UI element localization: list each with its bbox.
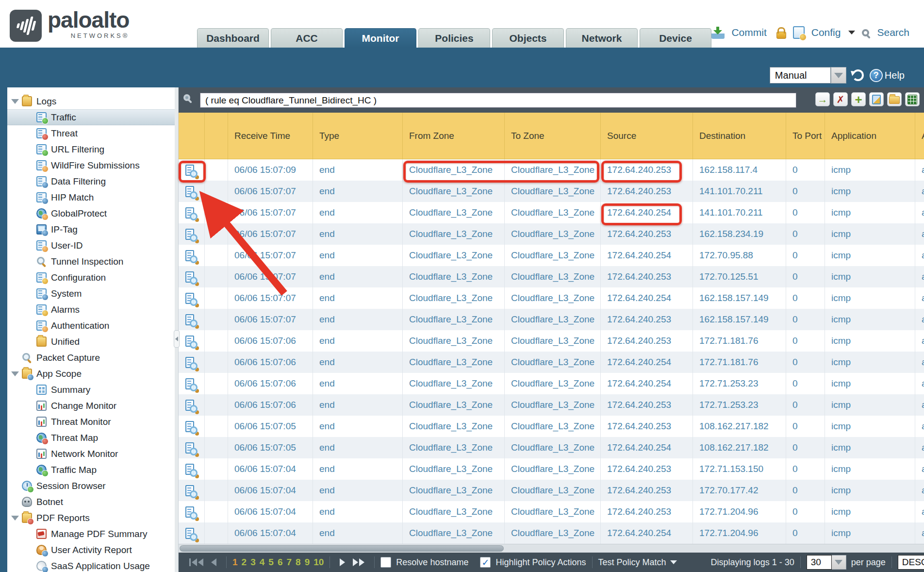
cell-application[interactable]: icmp bbox=[825, 309, 915, 330]
cell-to_zone[interactable]: Cloudflare_L3_Zone bbox=[505, 245, 601, 266]
cell-source[interactable]: 172.64.240.253 bbox=[601, 501, 693, 522]
page-10[interactable]: 10 bbox=[314, 557, 324, 568]
cell-destination[interactable]: 162.158.157.149 bbox=[693, 287, 786, 309]
cell-from_zone[interactable]: Cloudflare_L3_Zone bbox=[403, 330, 505, 352]
cell-type[interactable]: end bbox=[313, 245, 403, 266]
cell-type[interactable]: end bbox=[313, 501, 403, 522]
cell-from_zone[interactable]: Cloudflare_L3_Zone bbox=[403, 522, 505, 544]
cell-application[interactable]: icmp bbox=[825, 394, 915, 416]
config-dropdown-caret-icon[interactable] bbox=[848, 31, 855, 34]
cell-to_zone[interactable]: Cloudflare_L3_Zone bbox=[505, 287, 601, 309]
cell-action[interactable]: a bbox=[915, 330, 924, 352]
cell-receive_time[interactable]: 06/06 15:07:06 bbox=[228, 373, 313, 394]
cell-from_zone[interactable]: Cloudflare_L3_Zone bbox=[403, 245, 505, 266]
column-header-destination[interactable]: Destination bbox=[693, 113, 786, 159]
config-button[interactable]: Config bbox=[811, 27, 841, 38]
cell-to_zone[interactable]: Cloudflare_L3_Zone bbox=[505, 159, 601, 181]
cell-to_zone[interactable]: Cloudflare_L3_Zone bbox=[505, 394, 601, 416]
sidebar-item-configuration[interactable]: Configuration bbox=[7, 269, 175, 286]
last-page-button[interactable] bbox=[353, 558, 364, 566]
log-detail-icon[interactable] bbox=[185, 421, 194, 432]
tab-objects[interactable]: Objects bbox=[492, 28, 564, 48]
commit-button[interactable]: Commit bbox=[731, 27, 766, 38]
refresh-icon[interactable] bbox=[852, 69, 864, 81]
sidebar-item-globalprotect[interactable]: GlobalProtect bbox=[7, 205, 175, 221]
sidebar-item-manage-pdf-summary[interactable]: Manage PDF Summary bbox=[7, 526, 175, 542]
cell-to_port[interactable]: 0 bbox=[786, 522, 825, 544]
cell-destination[interactable]: 172.71.204.96 bbox=[693, 522, 786, 544]
cell-action[interactable]: a bbox=[915, 266, 924, 287]
cell-application[interactable]: icmp bbox=[825, 373, 915, 394]
log-detail-icon[interactable] bbox=[185, 229, 194, 240]
cell-to_zone[interactable]: Cloudflare_L3_Zone bbox=[505, 330, 601, 352]
cell-action[interactable]: a bbox=[915, 181, 924, 202]
cell-receive_time[interactable]: 06/06 15:07:07 bbox=[228, 245, 313, 266]
cell-application[interactable]: icmp bbox=[825, 352, 915, 373]
column-header-from_zone[interactable]: From Zone bbox=[403, 113, 505, 159]
first-page-button[interactable] bbox=[189, 558, 203, 566]
cell-type[interactable]: end bbox=[313, 480, 403, 501]
sidebar-item-botnet[interactable]: Botnet bbox=[7, 494, 175, 510]
cell-receive_time[interactable]: 06/06 15:07:09 bbox=[228, 159, 313, 181]
cell-from_zone[interactable]: Cloudflare_L3_Zone bbox=[403, 181, 505, 202]
sidebar-item-authentication[interactable]: Authentication bbox=[7, 318, 175, 334]
cell-source[interactable]: 172.64.240.253 bbox=[601, 330, 693, 352]
cell-to_zone[interactable]: Cloudflare_L3_Zone bbox=[505, 416, 601, 437]
log-detail-icon[interactable] bbox=[185, 378, 194, 389]
cell-source[interactable]: 172.64.240.253 bbox=[601, 181, 693, 202]
cell-to_zone[interactable]: Cloudflare_L3_Zone bbox=[505, 181, 601, 202]
sidebar-item-user-id[interactable]: User-ID bbox=[7, 237, 175, 253]
cell-to_zone[interactable]: Cloudflare_L3_Zone bbox=[505, 223, 601, 245]
cell-action[interactable]: a bbox=[915, 352, 924, 373]
cell-receive_time[interactable]: 06/06 15:07:05 bbox=[228, 416, 313, 437]
cell-from_zone[interactable]: Cloudflare_L3_Zone bbox=[403, 373, 505, 394]
sidebar-item-unified[interactable]: Unified bbox=[7, 334, 175, 350]
cell-to_zone[interactable]: Cloudflare_L3_Zone bbox=[505, 373, 601, 394]
cell-from_zone[interactable]: Cloudflare_L3_Zone bbox=[403, 437, 505, 458]
sidebar-item-logs[interactable]: Logs bbox=[7, 93, 175, 109]
sidebar-item-alarms[interactable]: Alarms bbox=[7, 302, 175, 318]
cell-application[interactable]: icmp bbox=[825, 245, 915, 266]
cell-source[interactable]: 172.64.240.253 bbox=[601, 309, 693, 330]
cell-type[interactable]: end bbox=[313, 522, 403, 544]
sidebar-item-wildfire-submissions[interactable]: WildFire Submissions bbox=[7, 157, 175, 173]
cell-to_zone[interactable]: Cloudflare_L3_Zone bbox=[505, 202, 601, 223]
page-4[interactable]: 4 bbox=[260, 557, 265, 568]
cell-source[interactable]: 172.64.240.254 bbox=[601, 437, 693, 458]
cell-destination[interactable]: 141.101.70.211 bbox=[693, 202, 786, 223]
per-page-dropdown-button[interactable] bbox=[832, 555, 846, 570]
column-header-action[interactable]: A bbox=[915, 113, 924, 159]
sidebar-item-pdf-reports[interactable]: PDF Reports bbox=[7, 510, 175, 526]
cell-receive_time[interactable]: 06/06 15:07:04 bbox=[228, 480, 313, 501]
cell-to_zone[interactable]: Cloudflare_L3_Zone bbox=[505, 437, 601, 458]
refresh-mode-value[interactable]: Manual bbox=[770, 67, 831, 84]
log-detail-icon[interactable] bbox=[185, 506, 194, 518]
cell-to_port[interactable]: 0 bbox=[786, 266, 825, 287]
cell-type[interactable]: end bbox=[313, 266, 403, 287]
cell-action[interactable]: a bbox=[915, 159, 924, 181]
cell-action[interactable]: a bbox=[915, 373, 924, 394]
cell-destination[interactable]: 172.71.181.76 bbox=[693, 352, 786, 373]
cell-source[interactable]: 172.64.240.254 bbox=[601, 373, 693, 394]
cell-to_zone[interactable]: Cloudflare_L3_Zone bbox=[505, 352, 601, 373]
cell-action[interactable]: a bbox=[915, 287, 924, 309]
cell-type[interactable]: end bbox=[313, 181, 403, 202]
cell-to_port[interactable]: 0 bbox=[786, 202, 825, 223]
sidebar-item-tunnel-inspection[interactable]: Tunnel Inspection bbox=[7, 253, 175, 269]
log-detail-icon[interactable] bbox=[185, 528, 194, 539]
column-header-application[interactable]: Application bbox=[825, 113, 915, 159]
cell-type[interactable]: end bbox=[313, 458, 403, 480]
cell-to_port[interactable]: 0 bbox=[786, 373, 825, 394]
cell-from_zone[interactable]: Cloudflare_L3_Zone bbox=[403, 416, 505, 437]
cell-type[interactable]: end bbox=[313, 373, 403, 394]
log-detail-icon[interactable] bbox=[185, 207, 194, 219]
cell-receive_time[interactable]: 06/06 15:07:07 bbox=[228, 181, 313, 202]
cell-receive_time[interactable]: 06/06 15:07:06 bbox=[228, 330, 313, 352]
cell-action[interactable]: a bbox=[915, 416, 924, 437]
sidebar-item-traffic[interactable]: Traffic bbox=[7, 109, 175, 125]
cell-destination[interactable]: 172.71.253.23 bbox=[693, 394, 786, 416]
cell-source[interactable]: 172.64.240.254 bbox=[601, 245, 693, 266]
sidebar-item-system[interactable]: System bbox=[7, 286, 175, 302]
cell-source[interactable]: 172.64.240.254 bbox=[601, 352, 693, 373]
page-9[interactable]: 9 bbox=[305, 557, 310, 568]
